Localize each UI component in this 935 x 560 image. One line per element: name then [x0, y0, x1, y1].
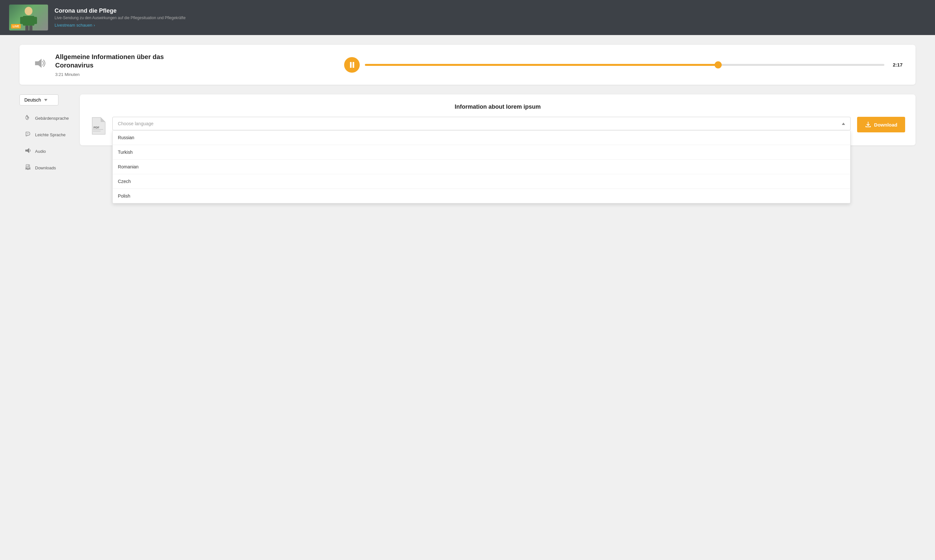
downloads-icon: PDF — [24, 163, 32, 172]
audio-icon — [24, 147, 32, 156]
left-panel: Deutsch Gebärdensprache — [20, 94, 73, 175]
svg-rect-2 — [20, 17, 24, 24]
sidebar-item-sign-language[interactable]: Gebärdensprache — [20, 111, 73, 126]
choose-language-button[interactable]: Choose language — [112, 117, 850, 131]
svg-rect-4 — [25, 26, 29, 31]
easy-language-icon — [24, 131, 32, 139]
svg-text:PDF: PDF — [26, 166, 29, 168]
progress-bar[interactable] — [365, 64, 884, 66]
time-display: 2:17 — [890, 62, 903, 68]
banner-thumbnail: Live — [9, 5, 48, 31]
sidebar-item-easy-language[interactable]: Leichte Sprache — [20, 127, 73, 142]
downloads-label: Downloads — [35, 165, 56, 170]
download-button[interactable]: Download — [857, 117, 905, 132]
sidebar-icons: Gebärdensprache Leichte Sprache — [20, 111, 73, 175]
lang-option-russian[interactable]: Russian — [112, 131, 850, 145]
pdf-controls: PDF Choose language Russian Turkish Roma… — [90, 117, 905, 136]
progress-fill — [365, 64, 718, 66]
audio-controls: 2:17 — [344, 57, 903, 73]
audio-label: Audio — [35, 149, 46, 154]
sidebar-item-audio[interactable]: Audio — [20, 144, 73, 159]
language-label: Deutsch — [25, 97, 41, 103]
livestream-link[interactable]: Livestream schauen › — [54, 23, 186, 28]
pdf-file-icon: PDF — [90, 117, 106, 135]
download-label: Download — [874, 122, 897, 128]
pause-icon — [350, 62, 354, 68]
language-dropdown-menu: Russian Turkish Romanian Czech Polish — [112, 131, 850, 203]
hand-icon — [24, 114, 32, 123]
audio-duration: 3:21 Minuten — [55, 72, 334, 77]
arrow-icon: › — [94, 23, 95, 28]
lang-option-czech[interactable]: Czech — [112, 174, 850, 189]
pause-button[interactable] — [344, 57, 360, 73]
language-dropdown: Deutsch — [20, 94, 73, 105]
svg-marker-8 — [25, 148, 29, 153]
svg-point-0 — [25, 7, 32, 15]
svg-marker-6 — [35, 59, 42, 68]
main-content: Allgemeine Informationen über das Corona… — [0, 35, 935, 185]
audio-info: Allgemeine Informationen über das Corona… — [55, 52, 334, 77]
lang-option-polish[interactable]: Polish — [112, 189, 850, 203]
top-banner: Live Corona und die Pflege Live-Sendung … — [0, 0, 935, 35]
pdf-icon-container: PDF — [90, 117, 106, 136]
language-select-button[interactable]: Deutsch — [20, 94, 59, 105]
chevron-up-icon — [842, 123, 845, 125]
banner-subtitle: Live-Sendung zu den Auswirkungen auf die… — [54, 15, 186, 20]
easy-language-label: Leichte Sprache — [35, 132, 66, 137]
banner-title: Corona und die Pflege — [54, 8, 186, 14]
bottom-section: Deutsch Gebärdensprache — [20, 94, 915, 175]
svg-rect-13 — [93, 129, 103, 130]
chevron-down-icon — [44, 99, 48, 101]
choose-language-placeholder: Choose language — [118, 121, 154, 126]
svg-rect-1 — [23, 16, 34, 26]
pdf-title: Information about lorem ipsum — [90, 103, 905, 110]
progress-thumb — [715, 62, 722, 68]
svg-rect-9 — [25, 168, 31, 169]
banner-text: Corona und die Pflege Live-Sendung zu de… — [54, 8, 186, 28]
lang-option-romanian[interactable]: Romanian — [112, 160, 850, 174]
audio-player: Allgemeine Informationen über das Corona… — [20, 45, 915, 85]
audio-title: Allgemeine Informationen über das Corona… — [55, 52, 334, 69]
svg-text:PDF: PDF — [94, 126, 100, 129]
speaker-icon — [32, 57, 45, 73]
svg-rect-3 — [33, 17, 37, 24]
sidebar-item-downloads[interactable]: PDF Downloads — [20, 160, 73, 175]
download-icon — [865, 122, 871, 128]
language-select-area: Choose language Russian Turkish Romanian… — [112, 117, 850, 131]
pdf-section: Information about lorem ipsum PDF Choose… — [80, 94, 915, 145]
sign-language-label: Gebärdensprache — [35, 116, 69, 121]
svg-rect-5 — [29, 26, 32, 31]
live-badge: Live — [11, 24, 21, 29]
lang-option-turkish[interactable]: Turkish — [112, 145, 850, 160]
svg-rect-14 — [93, 131, 101, 131]
